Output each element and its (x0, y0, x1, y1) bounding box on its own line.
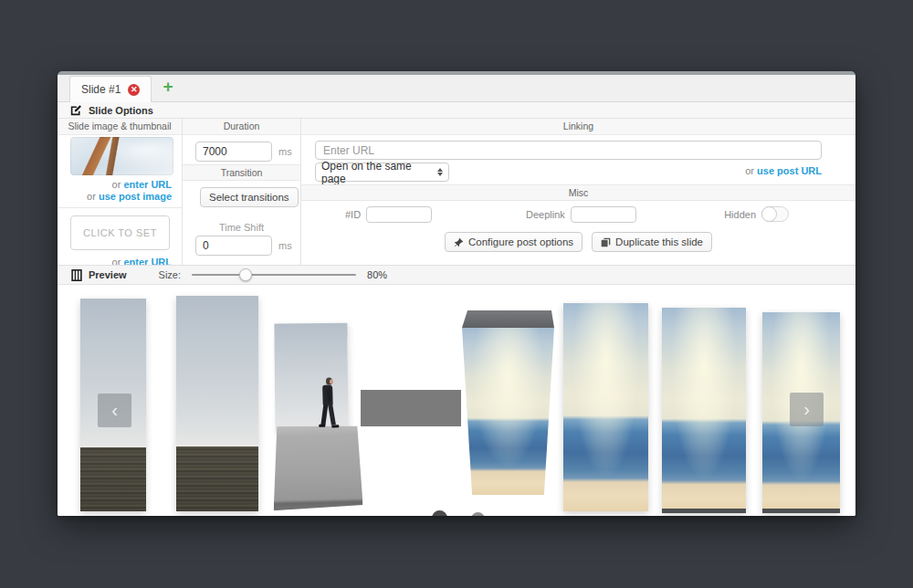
id-label: #ID (345, 209, 361, 220)
image-section-header: Slide image & thumbnail (58, 119, 182, 135)
concrete-block (269, 425, 362, 511)
enter-url-link[interactable]: enter URL (123, 179, 172, 190)
transition-gray-bar (361, 390, 461, 426)
transition-section-header: Transition (183, 164, 300, 181)
pushpin-icon (454, 237, 464, 247)
slide-url-input[interactable] (315, 141, 822, 160)
use-post-image-line: or use post image (87, 191, 172, 202)
pagination-dot[interactable] (471, 512, 485, 516)
time-shift-row: ms (195, 236, 292, 256)
slide-preview-canvas: ‹ › (58, 285, 855, 516)
time-shift-unit: ms (278, 240, 292, 251)
slider-handle[interactable] (239, 268, 252, 281)
slide-options-panel: Slide image & thumbnail or enter URL or … (58, 119, 855, 265)
hidden-toggle[interactable] (761, 206, 789, 222)
enter-url-line: or enter URL (112, 179, 172, 190)
thumbnail-click-to-set[interactable]: CLICK TO SET (70, 215, 170, 250)
slider-editor-window: Slide #1 ✕ + Slide Options Slide image &… (58, 71, 855, 516)
link-target-select[interactable]: Open on the same page (315, 163, 449, 182)
slice-3d-top-face (462, 310, 554, 328)
duration-unit: ms (278, 146, 292, 157)
slice-front-face (462, 328, 554, 495)
preview-toolbar: Preview Size: 80% (58, 265, 855, 285)
prev-slide-arrow[interactable]: ‹ (98, 394, 131, 427)
slide-options-title: Slide Options (89, 105, 153, 116)
id-field-group: #ID (345, 206, 432, 223)
slider-track (192, 274, 356, 276)
slice-ground (176, 446, 258, 511)
slice-ground (80, 447, 146, 511)
next-slide-arrow[interactable]: › (790, 393, 824, 426)
tab-slide-1-label: Slide #1 (81, 83, 121, 96)
businessman-figure (316, 377, 341, 429)
image-column: Slide image & thumbnail or enter URL or … (58, 119, 183, 265)
misc-buttons-row: Configure post options Duplicate this sl… (301, 232, 855, 252)
add-slide-button[interactable]: + (152, 75, 184, 101)
use-post-image-link[interactable]: use post image (99, 191, 172, 202)
time-shift-label: Time Shift (183, 222, 300, 233)
close-slide-icon[interactable]: ✕ (128, 84, 140, 96)
preview-slice-6 (662, 308, 746, 513)
misc-section-header: Misc (301, 184, 855, 201)
preview-size-value: 80% (367, 269, 387, 280)
duplicate-slide-button[interactable]: Duplicate this slide (592, 232, 712, 252)
image-column-divider (58, 207, 182, 208)
linking-misc-column: Linking Open on the same page or use pos… (301, 119, 855, 265)
timing-column: Duration ms Transition Select transition… (183, 119, 301, 265)
select-transitions-button[interactable]: Select transitions (200, 187, 299, 207)
preview-slice-4 (462, 310, 554, 495)
duration-section-header: Duration (183, 119, 300, 135)
preview-slice-5 (563, 303, 648, 511)
use-post-url-line: or use post URL (745, 165, 822, 176)
configure-post-options-button[interactable]: Configure post options (445, 232, 582, 252)
select-stepper-icon (437, 168, 443, 176)
linking-section-header: Linking (301, 119, 855, 135)
toggle-knob (761, 206, 777, 222)
use-post-url-link[interactable]: use post URL (757, 165, 822, 176)
slide-options-header: Slide Options (58, 102, 855, 119)
misc-fields-row: #ID Deeplink Hidden (301, 206, 855, 226)
deeplink-input[interactable] (571, 206, 636, 223)
duration-row: ms (195, 142, 292, 162)
id-input[interactable] (366, 206, 432, 223)
duration-input[interactable] (195, 142, 272, 162)
link-target-value: Open on the same page (321, 160, 437, 185)
hidden-label: Hidden (724, 209, 756, 220)
slide-tab-bar: Slide #1 ✕ + (58, 75, 855, 102)
edit-icon (70, 104, 82, 116)
pagination-dot-active[interactable] (432, 510, 447, 516)
deeplink-label: Deeplink (526, 209, 565, 220)
deeplink-field-group: Deeplink (526, 206, 636, 223)
preview-slice-2 (176, 296, 258, 511)
preview-size-slider[interactable] (192, 268, 356, 281)
preview-size-label: Size: (159, 269, 181, 280)
preview-label: Preview (89, 269, 127, 280)
time-shift-input[interactable] (195, 236, 272, 256)
hidden-field-group: Hidden (724, 206, 789, 222)
preview-icon (71, 269, 82, 281)
tab-slide-1[interactable]: Slide #1 ✕ (69, 76, 152, 102)
duplicate-icon (601, 237, 611, 247)
preview-slice-3 (267, 322, 362, 511)
slide-thumbnail-image[interactable] (70, 137, 173, 175)
